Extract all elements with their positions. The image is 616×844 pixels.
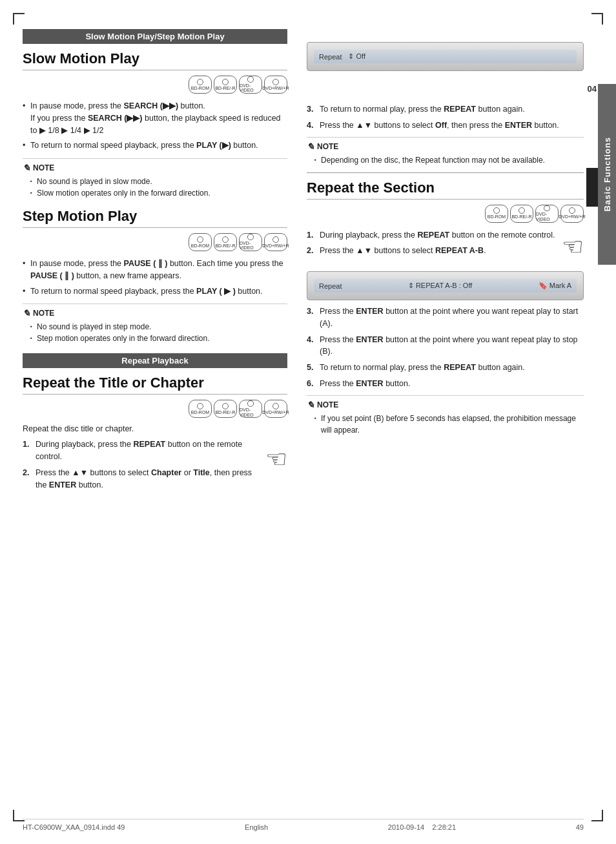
step-text-2: Press the ▲▼ buttons to select Chapter o… [36,467,259,491]
repeat-section-content: 1. During playback, press the REPEAT but… [307,229,584,267]
bullet-slow-1: In pause mode, press the SEARCH (▶▶) but… [23,100,287,136]
screen-inner-repeat-off: Repeat ⇕ Off [314,50,577,63]
page: 04 Basic Functions Slow Motion Play/Step… [0,0,616,844]
step-num-rs6: 6. [307,378,316,390]
device-bd-re-r-2: BD-RE/-R [214,233,237,251]
device-dvd-rw-2: DVD+RW/+R [264,233,287,251]
step-motion-note: ✎ NOTE No sound is played in step mode. … [23,304,287,344]
note-title-right: ✎ NOTE [307,141,584,152]
step-num-rs3: 3. [307,305,316,330]
note-label-right: NOTE [317,142,338,151]
device-dvd-rw-4: DVD+RW/+R [560,205,584,223]
note-item-slow-1: No sound is played in slow mode. [30,176,287,187]
bullet-slow-2: To return to normal speed playback, pres… [23,139,287,152]
slow-motion-section: Slow Motion Play BD-ROM BD-RE/-R DVD-VID… [23,50,287,199]
note-label-slow: NOTE [33,163,54,172]
step-repeat-ch-1: 1. During playback, press the REPEAT but… [23,438,259,463]
note-item-rs-1: If you set point (B) before 5 seconds ha… [314,413,584,436]
hand-remote-icon: ☜ [265,445,287,473]
repeat-chapter-devices: BD-ROM BD-RE/-R DVD-VIDEO DVD+RW/+R [23,400,287,418]
step-num-rs2: 2. [307,245,316,257]
step-text-rs4: Press the ENTER button at the point wher… [320,334,584,358]
section-bar-slow-motion: Slow Motion Play/Step Motion Play [23,29,287,44]
screen-ab-extra: 🔖 Mark A [539,282,571,290]
device-dvd-video-2: DVD-VIDEO [239,233,262,251]
note-icon-right: ✎ [307,141,314,152]
step-motion-bullets: In pause mode, press the PAUSE ( ‖ ) but… [23,258,287,297]
screen-repeat-label: Repeat [319,53,342,61]
note-section-rs: ✎ NOTE If you set point (B) before 5 sec… [307,395,584,436]
repeat-chapter-steps: 1. During playback, press the REPEAT but… [23,438,259,495]
step-num-rs5: 5. [307,362,316,374]
step-text-r3: To return to normal play, press the REPE… [320,103,525,116]
slow-note-list: No sound is played in slow mode. Slow mo… [23,176,287,199]
repeat-section-devices: BD-ROM BD-RE/-R DVD-VIDEO DVD+RW/+R [307,205,584,223]
corner-mark-tl [13,13,25,25]
note-label-step: NOTE [33,309,54,318]
device-dvd-rw-3: DVD+RW/+R [264,400,287,418]
left-column: Slow Motion Play/Step Motion Play Slow M… [23,29,294,812]
screen-repeat-value: ⇕ Off [348,52,365,61]
device-bd-re-r-1: BD-RE/-R [214,76,237,94]
note-item-slow-2: Slow motion operates only in the forward… [30,187,287,199]
device-bd-rom-2: BD-ROM [189,233,212,251]
section-bar-repeat: Repeat Playback [23,353,287,368]
note-label-rs: NOTE [317,400,338,409]
step-rs-3: 3. Press the ENTER button at the point w… [307,305,584,330]
step-note-list: No sound is played in step mode. Step mo… [23,321,287,344]
note-item-step-2: Step motion operates only in the forward… [30,333,287,344]
bullet-step-2: To return to normal speed playback, pres… [23,285,287,298]
footer-date: 2010-09-14 [388,823,424,831]
slow-motion-devices: BD-ROM BD-RE/-R DVD-VIDEO DVD+RW/+R [23,76,287,94]
chapter-number: 04 [588,84,597,94]
bullet-step-1: In pause mode, press the PAUSE ( ‖ ) but… [23,258,287,282]
step-4-repeat-ch: 4. Press the ▲▼ buttons to select Off, t… [307,119,584,132]
slow-motion-bullets: In pause mode, press the SEARCH (▶▶) but… [23,100,287,152]
step-rs-4: 4. Press the ENTER button at the point w… [307,334,584,358]
repeat-section-steps: 1. During playback, press the REPEAT but… [307,229,557,262]
step-text-rs3: Press the ENTER button at the point wher… [320,305,584,330]
repeat-section-steps-2: 3. Press the ENTER button at the point w… [307,305,584,390]
device-bd-rom-4: BD-ROM [485,205,508,223]
screen-mockup-top-wrapper: Repeat ⇕ Off [307,42,584,71]
screen-mockup-ab: Repeat ⇕ REPEAT A-B : Off 🔖 Mark A [307,271,584,300]
step-num-r3: 3. [307,103,316,116]
footer-date-time: 2010-09-14 2:28:21 [388,823,456,831]
repeat-chapter-section: Repeat the Title or Chapter BD-ROM BD-RE… [23,375,287,500]
footer-time: 2:28:21 [432,823,456,831]
screen-mockup-repeat-off: Repeat ⇕ Off [307,42,584,71]
device-bd-re-r-4: BD-RE/-R [510,205,533,223]
step-rs-2: 2. Press the ▲▼ buttons to select REPEAT… [307,245,557,257]
right-note-list: Depending on the disc, the Repeat functi… [307,154,584,166]
device-dvd-video-1: DVD-VIDEO [239,76,262,94]
device-bd-re-r-3: BD-RE/-R [214,400,237,418]
repeat-chapter-desc: Repeat the disc title or chapter. [23,424,287,433]
step-num-rs4: 4. [307,334,316,358]
step-num-rs1: 1. [307,229,316,242]
step-num-r4: 4. [307,119,316,132]
step-3-repeat-ch: 3. To return to normal play, press the R… [307,103,584,116]
hand-remote-icon-2: ☜ [562,232,584,261]
note-item-right-1: Depending on the disc, the Repeat functi… [314,154,584,166]
rs-note-list: If you set point (B) before 5 seconds ha… [307,413,584,436]
note-icon-rs: ✎ [307,400,314,410]
device-bd-rom-3: BD-ROM [189,400,212,418]
note-title-step: ✎ NOTE [23,308,287,318]
step-text-rs2: Press the ▲▼ buttons to select REPEAT A-… [320,245,486,257]
device-dvd-video-4: DVD-VIDEO [535,205,559,223]
step-num-1: 1. [23,438,32,463]
device-bd-rom-1: BD-ROM [189,76,212,94]
right-column: Repeat ⇕ Off 3. To return to normal play… [307,29,584,812]
repeat-section-title: Repeat the Section [307,180,584,200]
note-title-rs: ✎ NOTE [307,400,584,410]
slow-motion-title: Slow Motion Play [23,50,287,70]
device-dvd-video-3: DVD-VIDEO [239,400,262,418]
step-text-r4: Press the ▲▼ buttons to select Off, then… [320,119,559,132]
step-repeat-ch-2: 2. Press the ▲▼ buttons to select Chapte… [23,467,259,491]
corner-mark-tr [591,13,603,25]
repeat-section-block: Repeat the Section BD-ROM BD-RE/-R DVD-V… [307,180,584,436]
step-rs-5: 5. To return to normal play, press the R… [307,362,584,374]
slow-motion-note: ✎ NOTE No sound is played in slow mode. … [23,158,287,199]
step-num-2: 2. [23,467,32,491]
footer: HT-C6900W_XAA_0914.indd 49 English 2010-… [23,819,584,831]
